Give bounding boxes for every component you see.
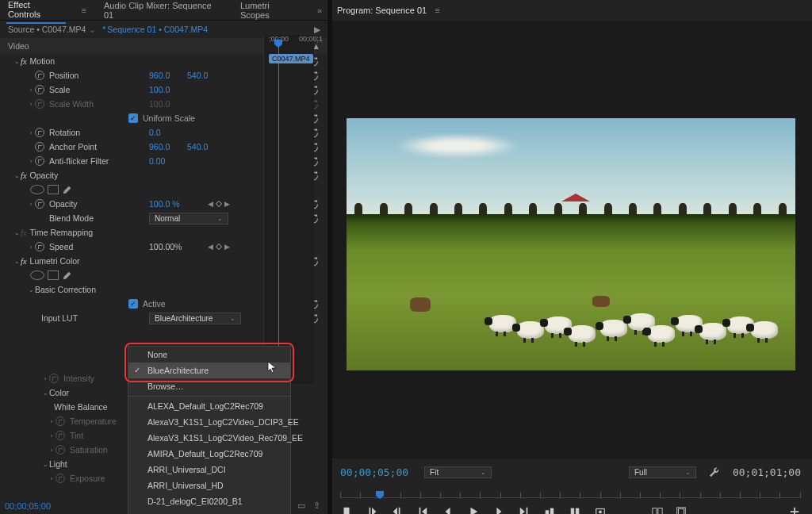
- lut-option[interactable]: AMIRA_Default_LogC2Rec709: [128, 446, 290, 462]
- twirl-lumetri[interactable]: ⌄: [13, 258, 21, 265]
- tab-audio-mixer[interactable]: Audio Clip Mixer: Sequence 01: [102, 0, 223, 23]
- lut-option[interactable]: ALEXA_Default_LogC2Rec709: [128, 398, 290, 414]
- step-back-button[interactable]: [442, 505, 454, 514]
- effect-lumetri[interactable]: Lumetri Color: [30, 256, 80, 266]
- value-anchor-y[interactable]: 540.0: [187, 142, 208, 152]
- wrench-icon[interactable]: [709, 466, 720, 478]
- add-marker-button[interactable]: [340, 505, 353, 514]
- lut-option[interactable]: AlexaV3_K1S1_LogC2Video_DCIP3_EE: [128, 414, 290, 430]
- checkbox-active[interactable]: ✓: [128, 299, 138, 309]
- stopwatch-scale[interactable]: [35, 85, 44, 94]
- value-anchor-x[interactable]: 960.0: [149, 142, 170, 152]
- play-only-icon[interactable]: ▶: [314, 25, 320, 34]
- twirl-scale[interactable]: ›: [27, 86, 35, 94]
- scrubber-playhead-icon[interactable]: [376, 491, 384, 499]
- program-timecode-current[interactable]: 00;00;05;00: [340, 466, 408, 478]
- tab-lumetri-scopes[interactable]: Lumetri Scopes: [239, 0, 301, 23]
- group-basic-correction[interactable]: Basic Correction: [35, 285, 96, 294]
- twirl-rotation[interactable]: ›: [27, 129, 35, 136]
- stopwatch-opacity[interactable]: [35, 199, 44, 209]
- sequence-clip-link[interactable]: Sequence 01 • C0047.MP4: [102, 25, 208, 34]
- play-button[interactable]: [467, 505, 480, 514]
- lut-option[interactable]: AlexaV3_K1S1_LogC2Video_Rec709_EE: [128, 430, 290, 446]
- footer-timecode[interactable]: 00;00;05;00: [5, 501, 51, 511]
- value-position-y[interactable]: 540.0: [187, 71, 208, 80]
- lut-option-browse[interactable]: Browse…: [128, 378, 290, 394]
- keyframe-nav-speed[interactable]: ◀▶: [208, 243, 230, 251]
- export-frame-button[interactable]: [594, 505, 607, 514]
- step-forward-button[interactable]: [492, 505, 505, 514]
- footer-export-icon[interactable]: ⇪: [313, 501, 320, 511]
- stopwatch-position[interactable]: [35, 71, 44, 80]
- mask-ellipse-lumetri-icon[interactable]: [30, 270, 44, 280]
- mark-in-button[interactable]: [366, 505, 378, 514]
- footer-icon-1[interactable]: ▭: [297, 501, 305, 511]
- group-light[interactable]: Light: [49, 459, 67, 469]
- twirl-motion[interactable]: ⌄: [13, 58, 21, 65]
- twirl-temp[interactable]: ›: [48, 418, 56, 425]
- fx-badge-opacity[interactable]: fx: [21, 171, 27, 180]
- go-to-in-button[interactable]: [416, 505, 429, 514]
- tab-program[interactable]: Program: Sequence 01: [337, 6, 427, 15]
- stopwatch-tint[interactable]: [56, 431, 65, 440]
- lut-option-none[interactable]: None: [128, 347, 290, 362]
- lut-option[interactable]: ARRI_Universal_HD: [128, 478, 290, 493]
- twirl-tint[interactable]: ›: [48, 432, 56, 439]
- stopwatch-speed[interactable]: [35, 242, 44, 251]
- extract-button[interactable]: [569, 505, 581, 514]
- safe-margins-button[interactable]: [675, 505, 688, 514]
- program-scrubber[interactable]: [340, 485, 801, 498]
- mask-ellipse-icon[interactable]: [30, 185, 44, 194]
- twirl-intensity[interactable]: ›: [41, 375, 49, 382]
- mini-timeline[interactable]: ;00;00 00;00;1 C0047.MP4: [263, 35, 314, 384]
- value-scale[interactable]: 100.0: [149, 85, 170, 94]
- stopwatch-sat[interactable]: [56, 445, 65, 455]
- stopwatch-antiflicker[interactable]: [35, 156, 44, 166]
- mask-pen-lumetri-icon[interactable]: [62, 270, 73, 281]
- clip-chip[interactable]: C0047.MP4: [269, 54, 313, 63]
- select-input-lut[interactable]: BlueArchitecture⌄: [149, 313, 241, 324]
- go-to-out-button[interactable]: [518, 505, 530, 514]
- value-position-x[interactable]: 960.0: [149, 71, 170, 80]
- effect-opacity[interactable]: Opacity: [30, 171, 59, 180]
- keyframe-nav-opacity[interactable]: ◀▶: [208, 200, 230, 208]
- twirl-antiflicker[interactable]: ›: [27, 158, 35, 165]
- stopwatch-temp[interactable]: [56, 416, 65, 426]
- select-blend-mode[interactable]: Normal⌄: [149, 213, 228, 224]
- value-opacity[interactable]: 100.0 %: [149, 199, 180, 209]
- button-editor-plus[interactable]: [788, 505, 801, 514]
- panel-divider[interactable]: [327, 0, 332, 514]
- lut-option[interactable]: Phantom_Rec709_Gamma: [128, 509, 290, 514]
- twirl-timeremap[interactable]: ⌄: [13, 229, 21, 236]
- checkbox-uniform-scale[interactable]: ✓: [128, 113, 138, 123]
- fx-badge-timeremap[interactable]: fx: [21, 228, 27, 237]
- mark-out-button[interactable]: [391, 505, 404, 514]
- effect-timeremap[interactable]: Time Remapping: [30, 228, 94, 237]
- group-color[interactable]: Color: [49, 388, 69, 397]
- stopwatch-anchor[interactable]: [35, 142, 44, 152]
- value-rotation[interactable]: 0.0: [149, 128, 161, 137]
- lift-button[interactable]: [543, 505, 556, 514]
- select-resolution[interactable]: Full⌄: [629, 466, 696, 478]
- twirl-basic[interactable]: ⌄: [27, 286, 35, 293]
- twirl-opacity-val[interactable]: ›: [27, 201, 35, 208]
- twirl-exp[interactable]: ›: [48, 475, 56, 482]
- comparison-view-button[interactable]: [651, 505, 664, 514]
- chevron-down-icon[interactable]: ⌄: [89, 25, 96, 34]
- fx-badge-lumetri[interactable]: fx: [21, 257, 27, 266]
- program-monitor[interactable]: [347, 118, 795, 370]
- select-zoom-fit[interactable]: Fit⌄: [424, 466, 492, 478]
- mask-rect-icon[interactable]: [48, 185, 59, 194]
- lut-option[interactable]: D-21_delogC_EI0200_B1: [128, 493, 290, 509]
- stopwatch-rotation[interactable]: [35, 128, 44, 137]
- twirl-opacity[interactable]: ⌄: [13, 172, 21, 179]
- twirl-speed[interactable]: ›: [27, 244, 35, 251]
- stopwatch-exp[interactable]: [56, 474, 65, 483]
- effect-motion[interactable]: Motion: [30, 56, 56, 66]
- fx-badge-motion[interactable]: fx: [21, 57, 27, 66]
- lut-option-bluearchitecture[interactable]: ✓BlueArchitecture: [128, 362, 290, 378]
- twirl-color[interactable]: ⌄: [41, 389, 49, 397]
- panel-chevron-icon[interactable]: »: [317, 6, 322, 15]
- mask-rect-lumetri-icon[interactable]: [48, 270, 59, 280]
- value-antiflicker[interactable]: 0.00: [149, 156, 165, 166]
